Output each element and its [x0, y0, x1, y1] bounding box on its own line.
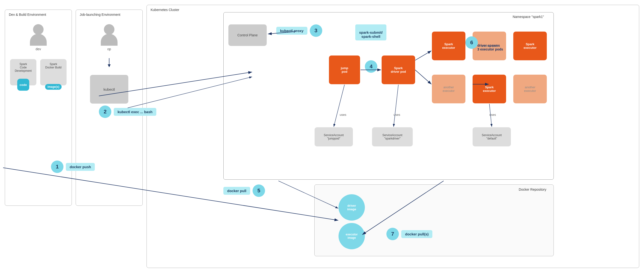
dev-panel-title: Dev & Build Environment [9, 13, 46, 16]
svg-marker-1 [108, 64, 110, 67]
step1-circle: 1 [51, 161, 64, 173]
images-pill: image(s) [45, 84, 62, 90]
spark-code-label: Spark Code Development [15, 62, 32, 72]
svg-line-8 [334, 85, 344, 127]
sa-jumppod-box: ServiceAccount "jumppod" [314, 127, 353, 146]
uses3-label: uses [489, 113, 496, 116]
uses1-label: uses [340, 113, 346, 116]
sa-default-box: ServiceAccount "default" [472, 127, 511, 146]
op-person-head [104, 24, 114, 35]
docker-push-label: docker push [66, 163, 95, 171]
step7-area: 7 docker pull(s) [386, 228, 432, 240]
op-person-body [101, 34, 118, 46]
main-container: Dev & Build Environment dev Spark Code D… [0, 0, 644, 278]
driver-spawns-label: driver spawns 3 executor pods [477, 43, 503, 51]
step5-circle: 5 [252, 184, 265, 197]
spark-docker-box: Spark Docker Build image(s) [40, 59, 66, 85]
step3-circle: 3 [310, 24, 322, 37]
namespace-box: Namespace "spark1" Control Plane kubectl… [223, 12, 554, 180]
spark-executor3-box: Spark executor [472, 75, 506, 103]
driver-image-blob: driver image [338, 194, 365, 221]
another-executor1-box: another executor [432, 75, 466, 103]
op-person-label: op [107, 47, 111, 51]
spark-executor1-box: Spark executor [432, 31, 466, 60]
dev-person-body [30, 34, 47, 46]
kubectl-exec-area: 2 kubectl exec ... bash [99, 105, 156, 118]
docker-repo-title: Docker Repository [519, 188, 546, 191]
docker-pull-area: docker pull 5 [223, 184, 265, 197]
dev-person-icon: dev [30, 24, 47, 51]
code-label: code [20, 83, 27, 87]
svg-line-5 [415, 51, 432, 60]
docker-pulls-label: docker pull(s) [401, 230, 432, 238]
kubectl-label: kubectl [104, 87, 115, 91]
jump-pod-box: jump pod [329, 55, 360, 84]
step2-circle: 2 [99, 105, 111, 118]
control-plane-label: Control Plane [238, 33, 258, 37]
dev-build-panel: Dev & Build Environment dev Spark Code D… [5, 9, 72, 206]
sa-sparkdriver-box: ServiceAccount "sparkdriver" [372, 127, 413, 146]
spark-executor2-box: Spark executor [513, 31, 547, 60]
code-circle: code [17, 79, 29, 91]
job-panel-title: Job-launching Environment [80, 13, 120, 16]
kubectl-proxy-label: kubectl proxy [276, 27, 308, 35]
spark-driver-box: Spark driver pod [382, 55, 415, 84]
docker-push-area: 1 docker push [51, 161, 95, 173]
images-label: image(s) [48, 85, 59, 88]
svg-line-9 [394, 85, 398, 127]
step7-circle: 7 [386, 228, 399, 240]
control-plane-box: Control Plane [228, 24, 267, 46]
spark-code-box: Spark Code Development code [10, 59, 36, 85]
kubectl-exec-label: kubectl exec ... bash [114, 108, 156, 116]
uses2-label: uses [394, 113, 400, 116]
kubectl-box: kubectl [90, 75, 128, 104]
step4-circle: 4 [365, 60, 377, 73]
spark-docker-label: Spark Docker Build [45, 62, 62, 69]
dev-person-head [33, 24, 44, 35]
another-executor2-box: another executor [513, 75, 547, 103]
k8s-panel-title: Kubernetes Cluster [150, 8, 179, 12]
executor-image-blob: executor image [338, 223, 365, 249]
step6-circle: 6 [466, 36, 478, 49]
dev-person-label: dev [36, 47, 41, 51]
namespace-label: Namespace "spark1" [512, 15, 544, 19]
k8s-cluster-panel: Kubernetes Cluster Namespace "spark1" Co… [146, 5, 639, 268]
docker-repo-box: Docker Repository driver image executor … [314, 184, 554, 256]
spark-submit-label: spark-submit/ spark-shell [355, 24, 386, 40]
docker-pull-label: docker pull [223, 187, 250, 195]
op-arrow [107, 58, 112, 68]
op-person-icon: op [101, 24, 118, 51]
svg-line-6 [415, 70, 432, 84]
